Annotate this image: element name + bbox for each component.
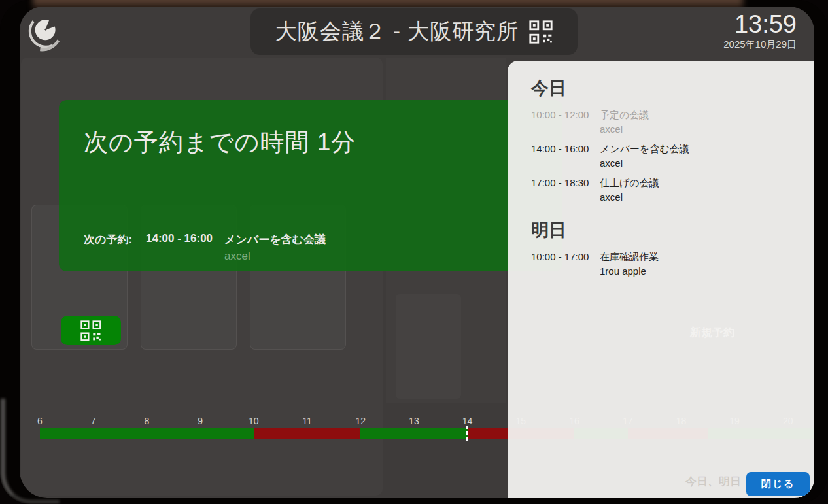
- next-reservation-info: 次の予約: 14:00 - 16:00 メンバーを含む会議 axcel: [84, 232, 326, 263]
- event-title: 仕上げの会議: [600, 177, 801, 190]
- dimmed-furniture-shape: [396, 294, 461, 399]
- event-detail: 仕上げの会議axcel: [600, 177, 801, 203]
- event-time: 10:00 - 12:00: [531, 109, 600, 135]
- timeline-hour-label: 11: [292, 416, 323, 426]
- screen: 大阪会議２ - 大阪研究所 13:59 2025年10月29日 次の予約までの時…: [20, 7, 814, 498]
- timeline-segment-busy: [254, 428, 360, 439]
- room-title-bar: 大阪会議２ - 大阪研究所: [250, 8, 578, 55]
- qr-code-icon: [80, 320, 101, 341]
- today-heading: 今日: [531, 76, 801, 100]
- room-title: 大阪会議２ - 大阪研究所: [275, 17, 519, 46]
- event-row[interactable]: 10:00 - 17:00在庫確認作業1rou apple: [531, 251, 801, 277]
- next-reservation-detail: メンバーを含む会議 axcel: [224, 232, 326, 263]
- clock-block: 13:59 2025年10月29日: [723, 12, 797, 51]
- next-reservation-label: 次の予約:: [84, 232, 146, 263]
- clock-swirl-logo-icon: [25, 11, 65, 53]
- timeline-hour-label: 12: [345, 416, 376, 426]
- event-title: 在庫確認作業: [600, 251, 801, 263]
- today-event-list: 10:00 - 12:00予定の会議axcel14:00 - 16:00メンバー…: [531, 109, 801, 203]
- tomorrow-event-list: 10:00 - 17:00在庫確認作業1rou apple: [531, 251, 801, 277]
- event-time: 17:00 - 18:30: [531, 177, 600, 203]
- event-time: 10:00 - 17:00: [531, 251, 600, 277]
- schedule-panel: 今日 10:00 - 12:00予定の会議axcel14:00 - 16:00メ…: [508, 61, 814, 498]
- next-reservation-time: 14:00 - 16:00: [146, 232, 224, 263]
- timeline-segment-free: [40, 428, 254, 439]
- event-row[interactable]: 17:00 - 18:30仕上げの会議axcel: [531, 177, 801, 203]
- next-reservation-organizer: axcel: [224, 250, 326, 263]
- current-time-marker: [466, 426, 468, 441]
- event-time: 14:00 - 16:00: [531, 143, 600, 169]
- countdown-text: 次の予約までの時間 1分: [84, 126, 356, 159]
- qr-code-icon[interactable]: [529, 20, 553, 44]
- event-detail: メンバーを含む会議axcel: [600, 143, 801, 169]
- event-detail: 在庫確認作業1rou apple: [600, 251, 801, 277]
- event-title: 予定の会議: [600, 109, 801, 122]
- device-frame: 大阪会議２ - 大阪研究所 13:59 2025年10月29日 次の予約までの時…: [0, 0, 828, 504]
- timeline-hour-label: 6: [24, 416, 56, 426]
- event-row[interactable]: 10:00 - 12:00予定の会議axcel: [531, 109, 801, 135]
- timeline-hour-label: 8: [131, 416, 162, 426]
- event-title: メンバーを含む会議: [600, 143, 801, 156]
- event-organizer: 1rou apple: [600, 265, 801, 277]
- timeline-hour-label: 7: [78, 416, 109, 426]
- event-row[interactable]: 14:00 - 16:00メンバーを含む会議axcel: [531, 143, 801, 169]
- timeline-hour-label: 13: [398, 416, 430, 426]
- timeline-segment-free: [360, 428, 467, 439]
- event-organizer: axcel: [600, 192, 801, 203]
- clock-time: 13:59: [723, 12, 797, 38]
- event-organizer: axcel: [600, 124, 801, 135]
- qr-code-button[interactable]: [61, 316, 121, 345]
- event-organizer: axcel: [600, 158, 801, 169]
- timeline-hour-label: 10: [238, 416, 269, 426]
- timeline-hour-label: 14: [452, 416, 483, 426]
- tomorrow-heading: 明日: [531, 218, 801, 242]
- event-detail: 予定の会議axcel: [600, 109, 801, 135]
- next-reservation-title: メンバーを含む会議: [224, 232, 326, 247]
- timeline-hour-label: 9: [184, 416, 216, 426]
- clock-date: 2025年10月29日: [723, 39, 797, 51]
- countdown-banner: 次の予約までの時間 1分 次の予約: 14:00 - 16:00 メンバーを含む…: [59, 100, 562, 271]
- ghost-day-tabs: 今日、明日: [685, 474, 741, 489]
- close-button[interactable]: 閉じる: [746, 472, 810, 496]
